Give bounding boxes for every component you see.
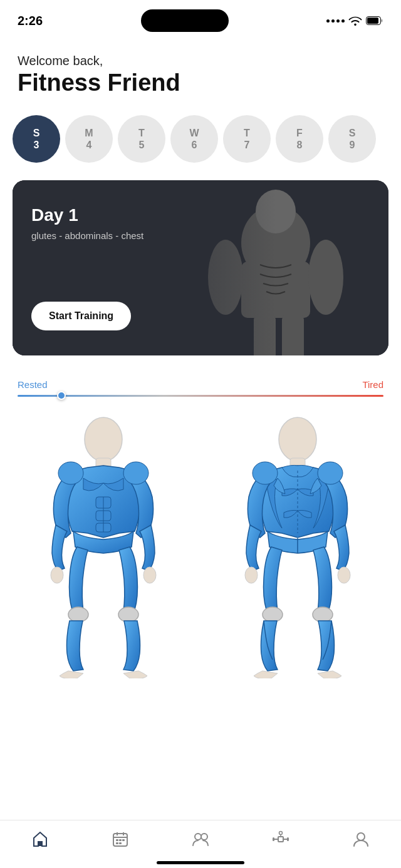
- svg-point-43: [195, 834, 201, 840]
- day-selector: S 3 M 4 T 5 W 6 T 7 F 8 S 9: [0, 103, 401, 169]
- svg-point-31: [253, 462, 278, 484]
- svg-point-19: [68, 607, 88, 622]
- signal-icon: [326, 19, 345, 23]
- svg-rect-33: [38, 842, 42, 846]
- svg-rect-39: [119, 839, 122, 841]
- home-icon: [31, 830, 49, 848]
- svg-point-52: [357, 833, 365, 840]
- svg-point-44: [201, 834, 207, 840]
- day-s3[interactable]: S 3: [13, 115, 60, 163]
- body-back-figure: [213, 416, 382, 678]
- svg-point-20: [118, 607, 138, 622]
- nav-profile[interactable]: [342, 828, 380, 850]
- day-f8[interactable]: F 8: [276, 115, 323, 163]
- calendar-icon: [112, 830, 129, 848]
- svg-rect-42: [119, 842, 122, 844]
- energy-slider-section: Rested Tired: [0, 367, 401, 403]
- body-front-figure: [19, 416, 188, 678]
- svg-point-32: [318, 462, 343, 484]
- body-map-section: [0, 403, 401, 691]
- day-m4[interactable]: M 4: [65, 115, 113, 163]
- svg-rect-41: [116, 842, 118, 844]
- home-bar: [157, 861, 244, 864]
- status-bar: 2:26: [0, 0, 401, 34]
- welcome-greeting: Welcome back,: [18, 53, 383, 69]
- workout-day-label: Day 1: [31, 205, 257, 225]
- svg-rect-40: [122, 839, 125, 841]
- day-t5[interactable]: T 5: [118, 115, 165, 163]
- svg-rect-38: [116, 839, 118, 841]
- muscle-groups: glutes - abdominals - chest: [31, 230, 257, 241]
- nav-home[interactable]: [21, 828, 59, 850]
- svg-point-50: [279, 832, 283, 835]
- svg-point-26: [245, 567, 258, 583]
- svg-rect-48: [273, 837, 274, 841]
- day-s9[interactable]: S 9: [328, 115, 376, 163]
- energy-labels: Rested Tired: [18, 379, 383, 390]
- day-w6[interactable]: W 6: [170, 115, 218, 163]
- svg-point-23: [279, 417, 316, 461]
- welcome-section: Welcome back, Fitness Friend: [0, 34, 401, 103]
- tired-label: Tired: [362, 379, 383, 390]
- svg-point-21: [58, 462, 83, 484]
- front-body-svg: [19, 416, 188, 678]
- workout-icon: [272, 830, 289, 848]
- welcome-name: Fitness Friend: [18, 70, 383, 96]
- status-icons: [326, 16, 383, 26]
- workout-info: Day 1 glutes - abdominals - chest: [31, 205, 257, 241]
- community-icon: [192, 830, 209, 848]
- svg-point-18: [143, 567, 156, 583]
- profile-icon: [352, 830, 370, 848]
- svg-rect-1: [367, 18, 378, 24]
- svg-point-11: [85, 417, 122, 461]
- svg-point-27: [338, 567, 350, 583]
- nav-calendar[interactable]: [102, 828, 139, 850]
- energy-bar[interactable]: [18, 395, 383, 397]
- svg-point-22: [123, 462, 148, 484]
- energy-thumb[interactable]: [57, 391, 66, 400]
- dynamic-island: [141, 9, 229, 32]
- svg-point-17: [51, 567, 63, 583]
- home-indicator: [0, 861, 401, 864]
- nav-community[interactable]: [182, 828, 219, 850]
- wifi-icon: [348, 16, 362, 26]
- nav-workout[interactable]: [262, 828, 299, 850]
- svg-rect-45: [278, 837, 283, 842]
- workout-card-content: Day 1 glutes - abdominals - chest Start …: [13, 180, 276, 355]
- day-t7[interactable]: T 7: [223, 115, 271, 163]
- svg-point-29: [263, 607, 283, 622]
- battery-icon: [366, 16, 383, 25]
- status-time: 2:26: [18, 14, 43, 28]
- start-training-button[interactable]: Start Training: [31, 302, 131, 330]
- rested-label: Rested: [18, 379, 48, 390]
- workout-card: Day 1 glutes - abdominals - chest Start …: [13, 180, 388, 355]
- back-body-svg: [213, 416, 382, 678]
- svg-rect-49: [287, 837, 289, 841]
- svg-point-30: [313, 607, 333, 622]
